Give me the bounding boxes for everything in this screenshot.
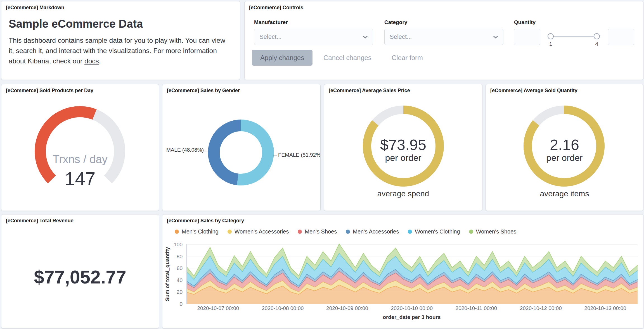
panel-sales-by-gender: [eCommerce] Sales by Gender MALE (48.08%… [162, 84, 321, 211]
gauge-label: Trxns / day [1, 153, 159, 166]
legend-label: Men's Clothing [182, 228, 219, 235]
svg-text:2020-10-10 00:00: 2020-10-10 00:00 [391, 305, 433, 311]
quantity-slider[interactable]: 1 4 [548, 29, 600, 47]
category-placeholder: Select... [390, 33, 412, 40]
panel-controls: [eCommerce] Controls Manufacturer Select… [244, 1, 643, 80]
chevron-down-icon [493, 34, 499, 40]
legend-item[interactable]: Men's Clothing [175, 228, 219, 235]
svg-text:20: 20 [177, 289, 183, 295]
male-slice-label: MALE (48.08%) [162, 147, 204, 153]
legend-label: Men's Accessories [353, 228, 399, 235]
sold-products-gauge-chart [1, 84, 159, 211]
svg-text:2020-10-11 00:00: 2020-10-11 00:00 [456, 305, 497, 311]
legend-dot [175, 230, 179, 234]
markdown-content: Sample eCommerce Data This dashboard con… [9, 18, 231, 66]
panel-markdown: [eCommerce] Markdown Sample eCommerce Da… [1, 1, 240, 80]
docs-link[interactable]: docs [84, 57, 99, 65]
manufacturer-placeholder: Select... [259, 33, 281, 40]
category-select[interactable]: Select... [384, 29, 503, 45]
legend-dot [346, 230, 350, 234]
quantity-max-input[interactable] [608, 29, 634, 45]
panel-sales-by-category: [eCommerce] Sales by Category Men's Clot… [162, 214, 643, 328]
manufacturer-label: Manufacturer [254, 19, 288, 25]
slider-max-value: 4 [595, 41, 598, 47]
category-legend: Men's ClothingWomen's AccessoriesMen's S… [175, 228, 516, 235]
goal-center: 2.16 per order [486, 136, 643, 163]
gauge-value: 147 [1, 168, 159, 189]
svg-text:2020-10-12 00:00: 2020-10-12 00:00 [520, 305, 562, 311]
avg-price-caption: average spend [324, 189, 482, 198]
chevron-down-icon [362, 34, 368, 40]
svg-text:2020-10-07 00:00: 2020-10-07 00:00 [197, 305, 239, 311]
svg-text:2020-10-08 00:00: 2020-10-08 00:00 [262, 305, 304, 311]
panel-average-sold-quantity: [eCommerce] Average Sold Quantity 2.16 p… [486, 84, 643, 211]
panel-total-revenue: [eCommerce] Total Revenue $77,052.77 [1, 214, 159, 328]
markdown-heading: Sample eCommerce Data [9, 18, 231, 30]
slider-thumb-max[interactable] [594, 33, 600, 39]
svg-text:100: 100 [174, 242, 183, 247]
svg-text:Sum of total_quantity: Sum of total_quantity [164, 247, 170, 301]
markdown-text: This dashboard contains sample data for … [9, 37, 225, 65]
legend-dot [408, 230, 412, 234]
legend-label: Women's Accessories [235, 228, 289, 235]
avg-price-value: $73.95 [324, 136, 482, 153]
legend-item[interactable]: Men's Accessories [346, 228, 399, 235]
panel-title: [eCommerce] Markdown [6, 5, 64, 11]
svg-text:0: 0 [179, 301, 183, 307]
male-label-connector [204, 151, 209, 151]
avg-qty-caption: average items [486, 189, 643, 198]
panel-title: [eCommerce] Sales by Category [167, 218, 244, 224]
svg-text:order_date per 3 hours: order_date per 3 hours [383, 314, 441, 320]
slider-thumb-min[interactable] [548, 33, 554, 39]
avg-price-subtitle: per order [324, 153, 482, 163]
legend-item[interactable]: Men's Shoes [298, 228, 337, 235]
legend-label: Women's Shoes [476, 228, 517, 235]
sales-by-category-chart: 0204060801002020-10-07 00:002020-10-08 0… [162, 240, 643, 328]
svg-text:2020-10-09 00:00: 2020-10-09 00:00 [326, 305, 368, 311]
panel-title: [eCommerce] Total Revenue [6, 218, 74, 224]
quantity-label: Quantity [514, 19, 536, 25]
female-label-connector [273, 156, 277, 156]
svg-text:40: 40 [177, 277, 183, 283]
apply-changes-button[interactable]: Apply changes [252, 50, 312, 66]
legend-dot [298, 230, 302, 234]
legend-item[interactable]: Women's Shoes [469, 228, 517, 235]
legend-dot [469, 230, 473, 234]
panel-average-sales-price: [eCommerce] Average Sales Price $73.95 p… [324, 84, 482, 211]
female-slice-label: FEMALE (51.92%) [278, 152, 321, 158]
svg-text:60: 60 [177, 265, 183, 271]
cancel-changes-button[interactable]: Cancel changes [323, 50, 371, 66]
svg-text:80: 80 [177, 254, 183, 259]
markdown-text-end: . [99, 57, 101, 65]
slider-track [550, 36, 597, 37]
manufacturer-select[interactable]: Select... [254, 29, 373, 45]
category-label: Category [384, 19, 407, 25]
quantity-min-input[interactable] [514, 29, 540, 45]
legend-item[interactable]: Women's Accessories [228, 228, 289, 235]
markdown-body: This dashboard contains sample data for … [9, 35, 231, 66]
slider-min-value: 1 [549, 41, 552, 47]
total-revenue-value: $77,052.77 [1, 266, 159, 288]
panel-title: [eCommerce] Controls [249, 5, 303, 11]
legend-label: Women's Clothing [415, 228, 460, 235]
svg-text:2020-10-13 00:00: 2020-10-13 00:00 [584, 305, 626, 311]
legend-item[interactable]: Women's Clothing [408, 228, 460, 235]
avg-qty-subtitle: per order [486, 153, 643, 163]
legend-dot [228, 230, 232, 234]
legend-label: Men's Shoes [305, 228, 337, 235]
avg-qty-value: 2.16 [486, 136, 643, 153]
panel-sold-products-per-day: [eCommerce] Sold Products per Day Trxns … [1, 84, 159, 211]
goal-center: $73.95 per order [324, 136, 482, 163]
clear-form-button[interactable]: Clear form [392, 50, 423, 66]
